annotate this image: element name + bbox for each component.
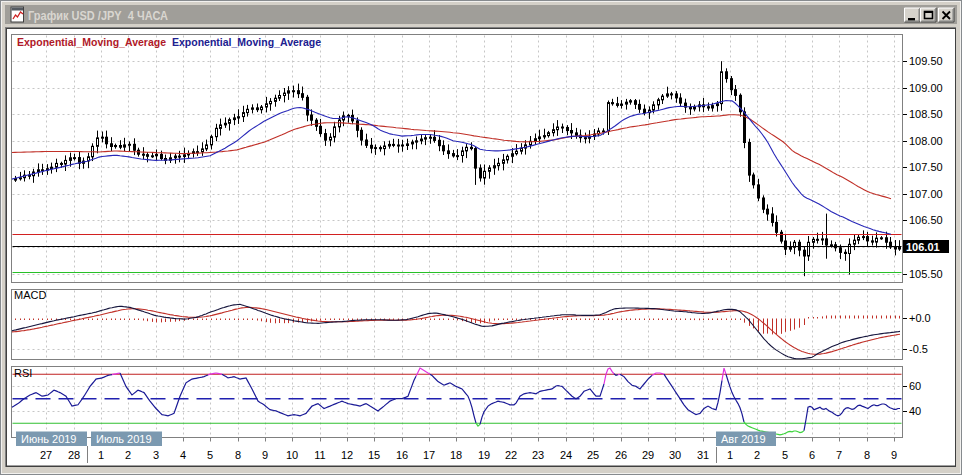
svg-text:25: 25 [587,449,599,461]
svg-text:107.50: 107.50 [909,161,943,173]
svg-text:Июнь 2019: Июнь 2019 [21,433,77,445]
svg-text:Июль 2019: Июль 2019 [96,433,152,445]
svg-text:MACD: MACD [14,289,46,301]
svg-text:23: 23 [532,449,544,461]
svg-text:18: 18 [450,449,462,461]
svg-text:7: 7 [836,449,842,461]
svg-text:2: 2 [754,449,760,461]
svg-text:30: 30 [669,449,681,461]
svg-text:19: 19 [478,449,490,461]
svg-text:5: 5 [207,449,213,461]
svg-text:9: 9 [891,449,897,461]
svg-text:108.00: 108.00 [909,135,943,147]
svg-text:106.01: 106.01 [906,241,940,253]
svg-text:11: 11 [314,449,325,461]
svg-text:108.50: 108.50 [909,108,943,120]
svg-text:5: 5 [782,449,788,461]
svg-text:60: 60 [909,380,921,392]
svg-text:29: 29 [642,449,654,461]
svg-text:26: 26 [615,449,627,461]
svg-text:3: 3 [153,449,159,461]
svg-text:1: 1 [727,449,733,461]
svg-text:17: 17 [423,449,435,461]
svg-text:107.00: 107.00 [909,188,943,200]
svg-text:1: 1 [98,449,104,461]
svg-text:31: 31 [697,449,709,461]
svg-text:4: 4 [180,449,186,461]
svg-text:109.00: 109.00 [909,82,943,94]
svg-text:8: 8 [864,449,870,461]
svg-text:Exponential_Moving_Average: Exponential_Moving_Average [172,36,321,48]
svg-text:+0.0: +0.0 [909,312,931,324]
svg-text:22: 22 [505,449,517,461]
svg-text:-0.5: -0.5 [909,343,928,355]
svg-text:28: 28 [68,449,80,461]
svg-text:2: 2 [125,449,131,461]
svg-text:RSI: RSI [14,367,32,379]
svg-text:40: 40 [909,405,921,417]
svg-text:27: 27 [40,449,52,461]
svg-text:24: 24 [560,449,572,461]
svg-text:106.50: 106.50 [909,214,943,226]
svg-text:15: 15 [368,449,380,461]
svg-text:Авг 2019: Авг 2019 [721,433,766,445]
svg-text:12: 12 [341,449,353,461]
svg-text:График USD /JPY 4 ЧАСА: График USD /JPY 4 ЧАСА [28,9,168,23]
svg-text:Exponential_Moving_Average: Exponential_Moving_Average [17,36,166,48]
svg-text:8: 8 [235,449,241,461]
svg-text:109.50: 109.50 [909,55,943,67]
svg-text:105.50: 105.50 [909,268,943,280]
svg-text:6: 6 [809,449,815,461]
svg-text:9: 9 [262,449,268,461]
svg-text:16: 16 [396,449,408,461]
svg-text:10: 10 [286,449,298,461]
